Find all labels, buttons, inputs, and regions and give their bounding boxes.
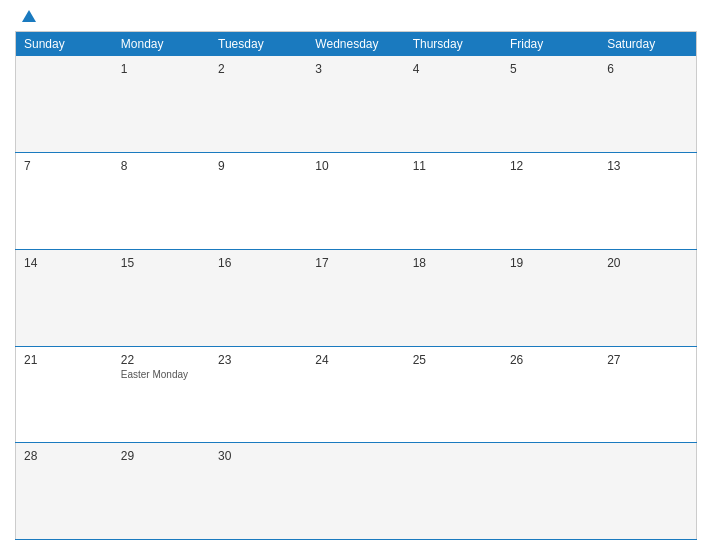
- day-number: 18: [413, 256, 494, 270]
- calendar-cell: 7: [16, 153, 113, 250]
- day-number: 17: [315, 256, 396, 270]
- day-number: 25: [413, 353, 494, 367]
- day-number: 11: [413, 159, 494, 173]
- day-number: 24: [315, 353, 396, 367]
- day-number: 1: [121, 62, 202, 76]
- calendar-cell: 9: [210, 153, 307, 250]
- day-number: 10: [315, 159, 396, 173]
- calendar-cell: [502, 443, 599, 540]
- day-number: 13: [607, 159, 688, 173]
- calendar-cell: 16: [210, 249, 307, 346]
- weekday-header-saturday: Saturday: [599, 32, 696, 57]
- calendar-cell: 22Easter Monday: [113, 346, 210, 443]
- calendar-cell: 20: [599, 249, 696, 346]
- day-number: 30: [218, 449, 299, 463]
- calendar-cell: 3: [307, 56, 404, 153]
- weekday-header-wednesday: Wednesday: [307, 32, 404, 57]
- calendar-cell: 23: [210, 346, 307, 443]
- calendar-cell: 19: [502, 249, 599, 346]
- logo: [20, 10, 36, 23]
- day-number: 22: [121, 353, 202, 367]
- day-number: 26: [510, 353, 591, 367]
- day-number: 5: [510, 62, 591, 76]
- weekday-header-row: SundayMondayTuesdayWednesdayThursdayFrid…: [16, 32, 697, 57]
- calendar-cell: [307, 443, 404, 540]
- calendar-cell: [16, 56, 113, 153]
- calendar-cell: 8: [113, 153, 210, 250]
- calendar-table: SundayMondayTuesdayWednesdayThursdayFrid…: [15, 31, 697, 540]
- calendar-week-row: 282930: [16, 443, 697, 540]
- calendar-week-row: 2122Easter Monday2324252627: [16, 346, 697, 443]
- holiday-label: Easter Monday: [121, 369, 202, 380]
- calendar-cell: 12: [502, 153, 599, 250]
- day-number: 15: [121, 256, 202, 270]
- logo-blue-text: [20, 10, 36, 23]
- day-number: 3: [315, 62, 396, 76]
- calendar-page: SundayMondayTuesdayWednesdayThursdayFrid…: [0, 0, 712, 550]
- calendar-week-row: 78910111213: [16, 153, 697, 250]
- day-number: 12: [510, 159, 591, 173]
- header: [15, 10, 697, 23]
- calendar-week-row: 123456: [16, 56, 697, 153]
- day-number: 16: [218, 256, 299, 270]
- calendar-cell: 15: [113, 249, 210, 346]
- calendar-cell: 11: [405, 153, 502, 250]
- weekday-header-sunday: Sunday: [16, 32, 113, 57]
- day-number: 20: [607, 256, 688, 270]
- calendar-week-row: 14151617181920: [16, 249, 697, 346]
- calendar-cell: 27: [599, 346, 696, 443]
- calendar-cell: 17: [307, 249, 404, 346]
- calendar-cell: 25: [405, 346, 502, 443]
- day-number: 4: [413, 62, 494, 76]
- weekday-header-monday: Monday: [113, 32, 210, 57]
- calendar-cell: 18: [405, 249, 502, 346]
- day-number: 14: [24, 256, 105, 270]
- day-number: 19: [510, 256, 591, 270]
- day-number: 8: [121, 159, 202, 173]
- calendar-cell: [405, 443, 502, 540]
- day-number: 27: [607, 353, 688, 367]
- calendar-cell: [599, 443, 696, 540]
- day-number: 29: [121, 449, 202, 463]
- day-number: 23: [218, 353, 299, 367]
- weekday-header-thursday: Thursday: [405, 32, 502, 57]
- calendar-cell: 21: [16, 346, 113, 443]
- calendar-cell: 29: [113, 443, 210, 540]
- day-number: 9: [218, 159, 299, 173]
- day-number: 28: [24, 449, 105, 463]
- day-number: 6: [607, 62, 688, 76]
- calendar-cell: 6: [599, 56, 696, 153]
- calendar-cell: 24: [307, 346, 404, 443]
- day-number: 7: [24, 159, 105, 173]
- calendar-cell: 14: [16, 249, 113, 346]
- calendar-cell: 1: [113, 56, 210, 153]
- calendar-cell: 26: [502, 346, 599, 443]
- day-number: 21: [24, 353, 105, 367]
- calendar-cell: 30: [210, 443, 307, 540]
- calendar-cell: 4: [405, 56, 502, 153]
- logo-triangle-icon: [22, 10, 36, 22]
- calendar-cell: 28: [16, 443, 113, 540]
- day-number: 2: [218, 62, 299, 76]
- weekday-header-tuesday: Tuesday: [210, 32, 307, 57]
- calendar-cell: 10: [307, 153, 404, 250]
- calendar-cell: 13: [599, 153, 696, 250]
- calendar-cell: 2: [210, 56, 307, 153]
- weekday-header-friday: Friday: [502, 32, 599, 57]
- calendar-cell: 5: [502, 56, 599, 153]
